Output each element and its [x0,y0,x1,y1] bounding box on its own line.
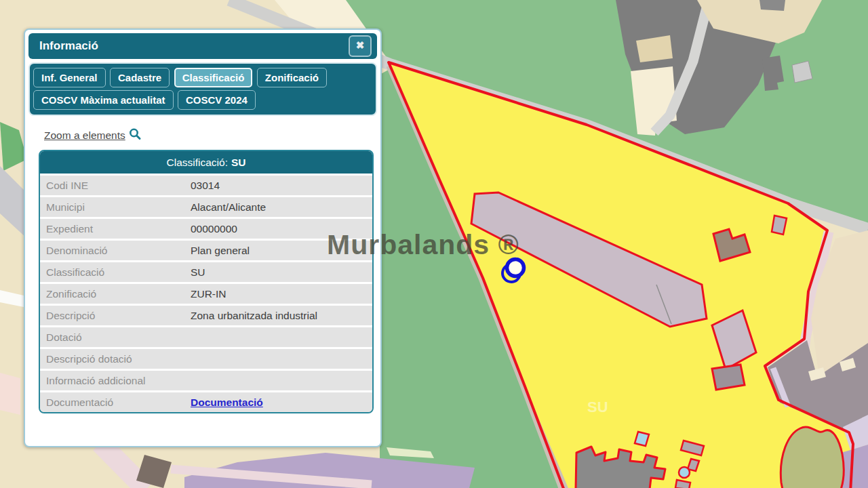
pool-rect [635,432,649,446]
table-row: Expedient 00000000 [40,217,372,239]
row-label: Codi INE [40,180,191,192]
row-label: Zonificació [40,288,191,300]
row-label: Expedient [40,223,191,235]
table-row: Dotació [40,325,372,347]
table-header: Classificació:SU [40,151,372,174]
panel-title-bar: Informació ✖ [28,33,377,59]
search-icon[interactable] [128,127,142,144]
tab-zonificacio[interactable]: Zonificació [257,68,327,87]
row-label: Classificació [40,266,191,279]
table-row: Zonificació ZUR-IN [40,282,372,304]
building-small-northeast [772,216,787,235]
tab-coscv-maxima[interactable]: COSCV Màxima actualitat [33,90,174,110]
tab-inf-general[interactable]: Inf. General [33,68,106,87]
zone-label-su: SU [587,399,608,415]
row-value: Zona urbanitzada industrial [191,310,317,322]
close-button[interactable]: ✖ [349,35,372,57]
table-row: Municipi Alacant/Alicante [40,195,372,217]
row-label: Informació addicional [40,375,191,387]
table-row: Denominació Plan general [40,239,372,260]
table-row: Documentació Documentació [40,390,372,412]
building-dark-topright [760,0,785,11]
pool-round [679,467,690,478]
row-value: ZUR-IN [191,288,226,300]
table-row: Descripció Zona urbanitzada industrial [40,304,372,325]
tab-cadastre[interactable]: Cadastre [110,68,170,87]
table-header-value: SU [231,157,246,168]
info-table: Classificació:SU Codi INE 03014 Municipi… [39,150,374,413]
row-value: 00000000 [191,223,237,235]
info-panel: Informació ✖ Inf. General Cadastre Class… [24,28,382,447]
row-value: Documentació [191,396,263,409]
row-value: Plan general [191,245,250,257]
row-label: Municipi [40,201,191,214]
olive-area [781,427,844,488]
panel-title: Informació [39,39,98,53]
building-light-right [792,61,812,83]
documentation-link[interactable]: Documentació [191,396,263,408]
location-marker [507,260,524,277]
zoom-to-elements-link[interactable]: Zoom a elements [44,129,125,142]
row-label: Denominació [40,245,191,257]
table-row: Informació addicional [40,369,372,390]
row-label: Descripció dotació [40,353,191,365]
table-row: Descripció dotació [40,347,372,369]
table-header-label: Classificació: [167,157,228,168]
row-label: Documentació [40,396,191,409]
building-mauve-inside [712,365,745,390]
row-label: Dotació [40,331,191,344]
row-value: 03014 [191,180,220,192]
table-row: Classificació SU [40,260,372,282]
table-row: Codi INE 03014 [40,174,372,195]
zoom-row: Zoom a elements [44,127,380,144]
row-label: Descripció [40,310,191,322]
map-pink-patch-left [0,373,20,415]
row-value: Alacant/Alicante [191,201,266,214]
row-value: SU [191,266,205,279]
tab-bar: Inf. General Cadastre Classificació Zoni… [28,62,377,116]
tab-classificacio[interactable]: Classificació [174,68,253,87]
close-icon: ✖ [356,39,365,51]
tab-coscv-2024[interactable]: COSCV 2024 [178,90,256,110]
